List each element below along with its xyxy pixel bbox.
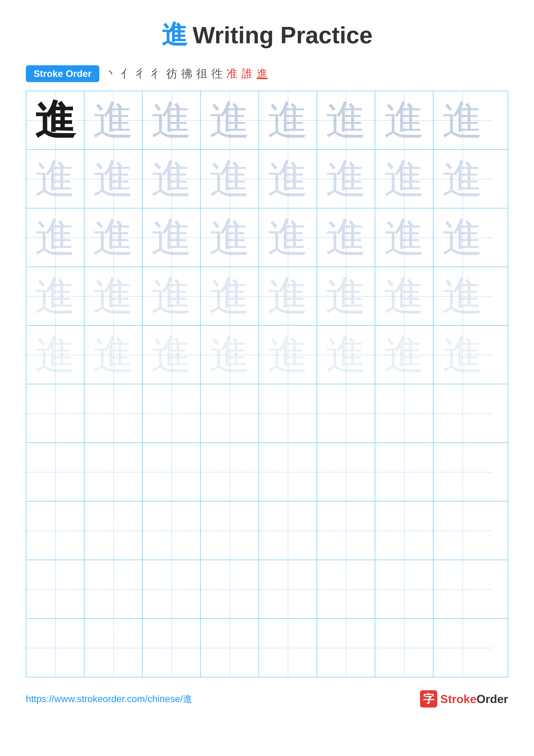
grid-cell-10-2[interactable] bbox=[85, 619, 142, 677]
grid-cell-2-4[interactable]: 進 bbox=[201, 150, 259, 208]
grid-cell-9-8[interactable] bbox=[433, 560, 492, 618]
grid-cell-5-3[interactable]: 進 bbox=[142, 326, 201, 384]
grid-cell-10-6[interactable] bbox=[317, 619, 375, 677]
grid-cell-6-8[interactable] bbox=[433, 384, 492, 443]
grid-cell-7-7[interactable] bbox=[375, 443, 433, 501]
char-light: 進 bbox=[384, 276, 424, 316]
grid-cell-4-2[interactable]: 進 bbox=[85, 267, 142, 325]
grid-cell-10-3[interactable] bbox=[142, 619, 201, 677]
grid-cell-6-5[interactable] bbox=[259, 384, 317, 443]
grid-cell-7-6[interactable] bbox=[317, 443, 375, 501]
grid-cell-2-3[interactable]: 進 bbox=[142, 150, 201, 208]
grid-cell-4-8[interactable]: 進 bbox=[433, 267, 492, 325]
grid-cell-7-3[interactable] bbox=[142, 443, 201, 501]
grid-cell-8-6[interactable] bbox=[317, 501, 375, 560]
grid-cell-4-3[interactable]: 進 bbox=[142, 267, 201, 325]
grid-cell-1-1[interactable]: 進 bbox=[26, 91, 85, 149]
char-light: 進 bbox=[267, 217, 308, 258]
practice-grid: 進 進 進 進 進 進 進 進 進 進 進 進 進 進 進 進 進 進 進 進 … bbox=[26, 91, 508, 677]
grid-cell-4-7[interactable]: 進 bbox=[375, 267, 433, 325]
grid-cell-8-2[interactable] bbox=[85, 501, 142, 560]
char-light: 進 bbox=[442, 158, 483, 199]
grid-cell-3-4[interactable]: 進 bbox=[201, 208, 259, 267]
grid-cell-4-5[interactable]: 進 bbox=[259, 267, 317, 325]
grid-cell-8-7[interactable] bbox=[375, 501, 433, 560]
grid-cell-1-5[interactable]: 進 bbox=[259, 91, 317, 149]
grid-cell-10-8[interactable] bbox=[433, 619, 492, 677]
grid-cell-4-6[interactable]: 進 bbox=[317, 267, 375, 325]
grid-cell-3-5[interactable]: 進 bbox=[259, 208, 317, 267]
grid-cell-5-5[interactable]: 進 bbox=[259, 326, 317, 384]
grid-row-3: 進 進 進 進 進 進 進 進 bbox=[26, 208, 508, 267]
grid-cell-5-4[interactable]: 進 bbox=[201, 326, 259, 384]
grid-cell-5-8[interactable]: 進 bbox=[433, 326, 492, 384]
grid-cell-1-4[interactable]: 進 bbox=[201, 91, 259, 149]
grid-cell-9-2[interactable] bbox=[85, 560, 142, 618]
grid-cell-10-7[interactable] bbox=[375, 619, 433, 677]
char-light: 進 bbox=[325, 158, 367, 199]
grid-row-7 bbox=[26, 443, 508, 501]
grid-cell-1-3[interactable]: 進 bbox=[142, 91, 201, 149]
grid-cell-9-7[interactable] bbox=[375, 560, 433, 618]
grid-cell-3-1[interactable]: 進 bbox=[26, 208, 85, 267]
grid-cell-6-1[interactable] bbox=[26, 384, 85, 443]
grid-cell-6-3[interactable] bbox=[142, 384, 201, 443]
char-light: 進 bbox=[267, 334, 308, 375]
char-light: 進 bbox=[442, 276, 483, 316]
grid-cell-4-4[interactable]: 進 bbox=[201, 267, 259, 325]
grid-cell-3-2[interactable]: 進 bbox=[85, 208, 142, 267]
grid-cell-10-4[interactable] bbox=[201, 619, 259, 677]
grid-cell-7-2[interactable] bbox=[85, 443, 142, 501]
grid-cell-6-2[interactable] bbox=[85, 384, 142, 443]
grid-cell-2-1[interactable]: 進 bbox=[26, 150, 85, 208]
grid-cell-6-6[interactable] bbox=[317, 384, 375, 443]
grid-cell-8-3[interactable] bbox=[142, 501, 201, 560]
grid-cell-3-3[interactable]: 進 bbox=[142, 208, 201, 267]
grid-cell-5-1[interactable]: 進 bbox=[26, 326, 85, 384]
grid-cell-10-1[interactable] bbox=[26, 619, 85, 677]
char-light: 進 bbox=[325, 217, 367, 258]
footer-logo-text: StrokeOrder bbox=[440, 692, 508, 706]
grid-cell-9-6[interactable] bbox=[317, 560, 375, 618]
grid-cell-3-7[interactable]: 進 bbox=[375, 208, 433, 267]
grid-cell-10-5[interactable] bbox=[259, 619, 317, 677]
grid-cell-7-4[interactable] bbox=[201, 443, 259, 501]
grid-cell-7-8[interactable] bbox=[433, 443, 492, 501]
char-light: 進 bbox=[35, 334, 76, 375]
char-light: 進 bbox=[151, 217, 192, 258]
grid-cell-6-4[interactable] bbox=[201, 384, 259, 443]
char-light: 進 bbox=[35, 158, 76, 199]
grid-cell-5-6[interactable]: 進 bbox=[317, 326, 375, 384]
grid-cell-9-1[interactable] bbox=[26, 560, 85, 618]
grid-cell-7-5[interactable] bbox=[259, 443, 317, 501]
grid-cell-2-7[interactable]: 進 bbox=[375, 150, 433, 208]
grid-cell-8-5[interactable] bbox=[259, 501, 317, 560]
grid-cell-5-2[interactable]: 進 bbox=[85, 326, 142, 384]
grid-cell-4-1[interactable]: 進 bbox=[26, 267, 85, 325]
grid-cell-9-5[interactable] bbox=[259, 560, 317, 618]
grid-cell-3-8[interactable]: 進 bbox=[433, 208, 492, 267]
char-light: 進 bbox=[267, 276, 308, 316]
grid-cell-2-5[interactable]: 進 bbox=[259, 150, 317, 208]
grid-cell-1-2[interactable]: 進 bbox=[85, 91, 142, 149]
char-light: 進 bbox=[151, 100, 192, 141]
char-light: 進 bbox=[384, 334, 424, 375]
grid-cell-6-7[interactable] bbox=[375, 384, 433, 443]
grid-cell-1-6[interactable]: 進 bbox=[317, 91, 375, 149]
grid-cell-9-4[interactable] bbox=[201, 560, 259, 618]
grid-cell-7-1[interactable] bbox=[26, 443, 85, 501]
grid-cell-1-7[interactable]: 進 bbox=[375, 91, 433, 149]
grid-cell-5-7[interactable]: 進 bbox=[375, 326, 433, 384]
grid-cell-8-1[interactable] bbox=[26, 501, 85, 560]
char-light: 進 bbox=[93, 276, 134, 316]
grid-cell-1-8[interactable]: 進 bbox=[433, 91, 492, 149]
grid-cell-2-2[interactable]: 進 bbox=[85, 150, 142, 208]
grid-cell-8-8[interactable] bbox=[433, 501, 492, 560]
char-light: 進 bbox=[151, 334, 192, 375]
grid-cell-3-6[interactable]: 進 bbox=[317, 208, 375, 267]
grid-cell-2-8[interactable]: 進 bbox=[433, 150, 492, 208]
grid-cell-9-3[interactable] bbox=[142, 560, 201, 618]
grid-cell-8-4[interactable] bbox=[201, 501, 259, 560]
grid-cell-2-6[interactable]: 進 bbox=[317, 150, 375, 208]
char-light: 進 bbox=[267, 158, 308, 199]
